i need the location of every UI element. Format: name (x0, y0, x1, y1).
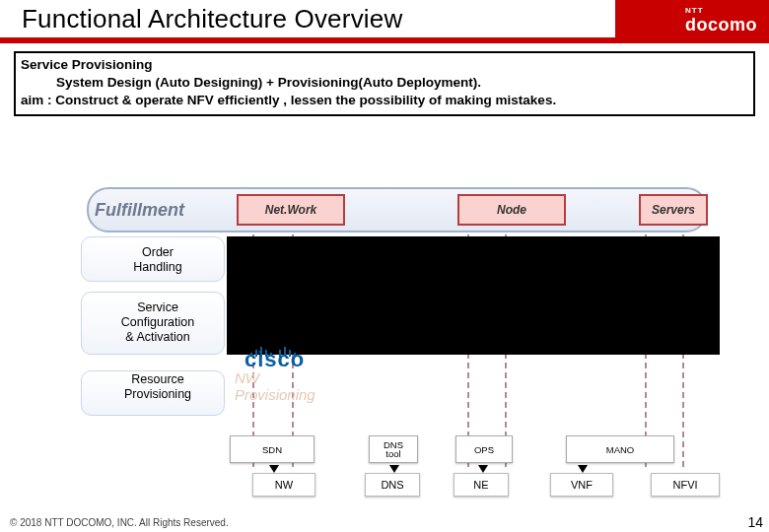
nw-provisioning-ghost-label: NW Provisioning (235, 370, 315, 403)
tool-box-mano: MANO (566, 435, 674, 463)
nw-provisioning-line1: NW (235, 370, 315, 387)
row-label-order: Order Handling (89, 245, 227, 275)
nw-provisioning-line2: Provisioning (235, 387, 315, 404)
title-underline (0, 37, 769, 43)
fulfillment-label: Fulfillment (95, 187, 223, 233)
arrow-down-icon (578, 465, 588, 473)
row-label-rp: Resource Provisioning (89, 372, 227, 402)
target-box-nfvi: NFVI (651, 473, 720, 497)
tool-box-dns-tool: DNS tool (369, 435, 418, 463)
copyright-footer: © 2018 NTT DOCOMO, INC. All Rights Reser… (10, 517, 229, 528)
definition-line3: aim : Construct & operate NFV efficientl… (21, 92, 748, 109)
column-header-node: Node (457, 194, 566, 226)
redacted-region (227, 236, 720, 355)
row-label-sca: Service Configuration & Activation (89, 300, 227, 345)
slide-number: 14 (747, 514, 763, 530)
column-header-servers: Servers (639, 194, 708, 226)
target-box-ne: NE (454, 473, 509, 497)
arrow-down-icon (478, 465, 488, 473)
arrow-down-icon (389, 465, 399, 473)
arrow-down-icon (269, 465, 279, 473)
tool-box-ops: OPS (455, 435, 513, 463)
target-box-nw: NW (252, 473, 315, 497)
definition-line1: Service Provisioning (21, 56, 748, 74)
target-box-dns: DNS (365, 473, 420, 497)
definition-line2: System Design (Auto Designing) + Provisi… (21, 74, 748, 92)
column-header-network: Net.Work (237, 194, 345, 226)
slide-title: Functional Architecture Overview (22, 4, 402, 34)
target-box-vnf: VNF (550, 473, 613, 497)
slide: Functional Architecture Overview NTT doc… (0, 0, 769, 532)
row-labels: Order Handling Service Configuration & A… (89, 240, 227, 422)
logo-ntt-text: NTT (685, 6, 757, 15)
tool-box-sdn: SDN (230, 435, 315, 463)
logo-docomo-text: docomo (685, 15, 757, 35)
definition-box: Service Provisioning System Design (Auto… (14, 51, 755, 116)
docomo-logo: NTT docomo (685, 6, 757, 35)
